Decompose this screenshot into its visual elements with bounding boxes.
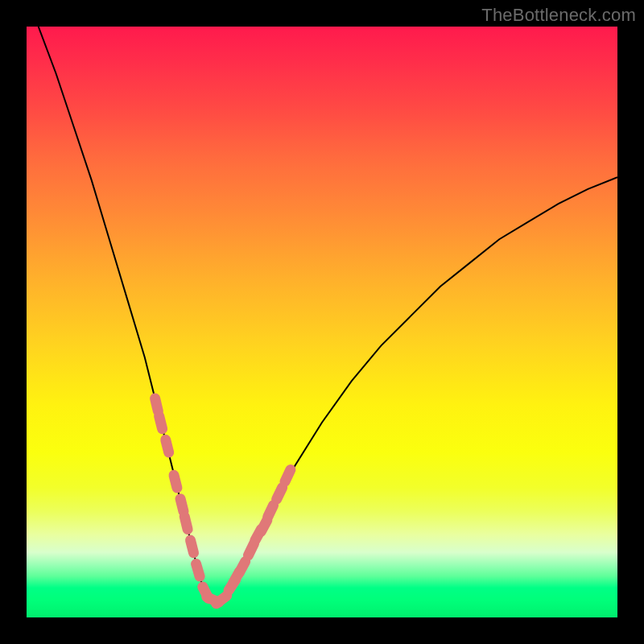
svg-line-3 bbox=[174, 475, 177, 488]
svg-line-14 bbox=[248, 543, 254, 555]
chart-svg bbox=[27, 27, 617, 617]
svg-line-17 bbox=[268, 506, 274, 518]
svg-line-5 bbox=[184, 517, 188, 530]
bottleneck-curve-path bbox=[39, 27, 617, 603]
svg-line-0 bbox=[155, 398, 159, 411]
svg-line-10 bbox=[217, 596, 227, 604]
plot-area bbox=[27, 27, 617, 617]
svg-line-1 bbox=[159, 416, 163, 429]
svg-line-13 bbox=[239, 561, 246, 572]
svg-line-7 bbox=[196, 564, 200, 576]
svg-line-2 bbox=[166, 440, 169, 452]
attribution-text: TheBottleneck.com bbox=[481, 5, 636, 26]
chart-frame: TheBottleneck.com bbox=[0, 0, 644, 644]
svg-line-6 bbox=[191, 540, 194, 553]
dot-markers-group bbox=[155, 398, 291, 604]
svg-line-4 bbox=[180, 499, 184, 512]
svg-line-18 bbox=[277, 488, 283, 500]
svg-line-19 bbox=[285, 470, 291, 482]
